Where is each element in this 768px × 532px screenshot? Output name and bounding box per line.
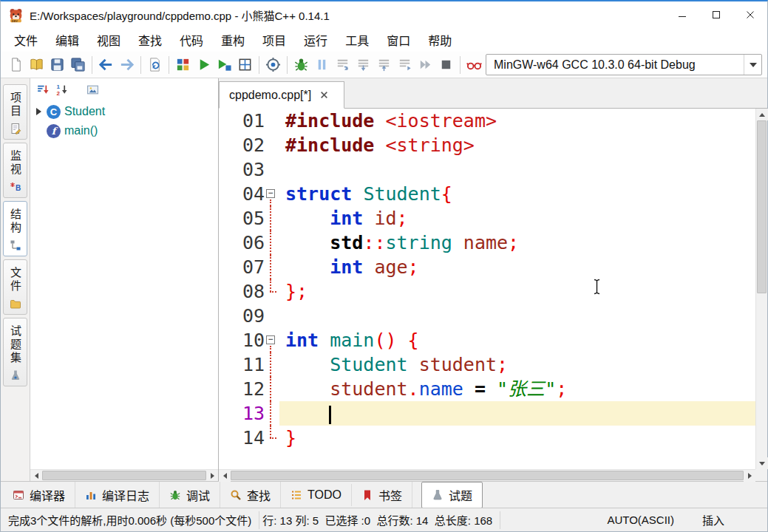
scroll-left-arrow[interactable] — [30, 470, 42, 482]
menu-item[interactable]: 查找 — [131, 29, 169, 51]
code-line[interactable]: 01#include <iostream> — [219, 109, 755, 133]
step-into-button[interactable] — [353, 55, 373, 75]
forward-button[interactable] — [117, 55, 137, 75]
open-button[interactable] — [27, 55, 47, 75]
cpu-window-button[interactable] — [464, 55, 484, 75]
reparse-button[interactable] — [145, 55, 165, 75]
main-area: 项目监视B结构文件试题集 12 CStudentfmain() cppdemo.… — [1, 78, 767, 481]
menu-item[interactable]: 代码 — [172, 29, 211, 51]
fold-column[interactable]: − — [265, 328, 279, 352]
code-line[interactable]: 02#include <string> — [219, 133, 755, 157]
compile-button[interactable] — [173, 55, 193, 75]
scroll-track[interactable] — [231, 470, 744, 481]
check-syntax-button[interactable] — [263, 55, 283, 75]
debug-button[interactable] — [291, 55, 311, 75]
menu-item[interactable]: 工具 — [338, 29, 376, 51]
step-over-button[interactable] — [333, 55, 353, 75]
save-button[interactable] — [47, 55, 67, 75]
code-line[interactable]: 06 std::string name; — [219, 231, 755, 255]
menu-item[interactable]: 视图 — [89, 29, 128, 51]
fold-marker-icon[interactable]: − — [266, 335, 275, 344]
code-line[interactable]: 11 Student student; — [219, 352, 755, 377]
new-file-button[interactable] — [6, 55, 26, 75]
sidebar-tab[interactable]: 监视B — [3, 143, 27, 198]
code-line[interactable]: 03 — [219, 157, 755, 182]
code-line[interactable]: 12 student.name = "张三"; — [219, 377, 755, 401]
continue-button[interactable] — [415, 55, 435, 75]
code-line[interactable]: 08}; — [219, 279, 755, 304]
compile-run-button[interactable] — [214, 55, 234, 75]
bottom-tab[interactable]: TODO — [281, 484, 352, 506]
code-line[interactable]: 04−struct Student{ — [219, 182, 755, 206]
compiler-set-select[interactable]: MinGW-w64 GCC 10.3.0 64-bit Debug — [486, 54, 762, 75]
rebuild-button[interactable] — [235, 55, 255, 75]
sidebar-tab[interactable]: 结构 — [3, 201, 27, 256]
class-browser-toolbar: 12 — [30, 78, 218, 100]
code-line[interactable]: 07 int age; — [219, 255, 755, 279]
toolbar-separator — [169, 56, 169, 74]
bottom-tab[interactable]: 试题 — [421, 482, 483, 508]
code-line[interactable]: 10−int main() { — [219, 328, 755, 352]
tree-item[interactable]: fmain() — [30, 121, 218, 140]
scroll-right-arrow[interactable] — [206, 470, 218, 482]
maximize-button[interactable] — [699, 1, 733, 28]
bottom-tab[interactable]: 编译器 — [3, 482, 75, 508]
code-line[interactable]: 13 — [219, 401, 755, 426]
scroll-down-arrow[interactable] — [756, 457, 768, 469]
class-browser-hscrollbar[interactable] — [30, 469, 218, 481]
menu-item[interactable]: 重构 — [214, 29, 252, 51]
code-editor[interactable]: 01#include <iostream>02#include <string>… — [219, 109, 767, 481]
code-line[interactable]: 14} — [219, 426, 755, 450]
menu-item[interactable]: 窗口 — [379, 29, 418, 51]
scroll-left-arrow[interactable] — [219, 470, 231, 482]
editor-tab[interactable]: cppdemo.cpp[*] — [219, 81, 344, 109]
scroll-thumb[interactable] — [757, 120, 767, 293]
svg-text:2: 2 — [57, 89, 61, 95]
sidebar-tab[interactable]: 试题集 — [3, 318, 27, 386]
stop-button[interactable] — [436, 55, 456, 75]
minimize-button[interactable] — [665, 1, 699, 28]
pause-button[interactable] — [312, 55, 332, 75]
scroll-thumb[interactable] — [42, 471, 206, 480]
save-all-button[interactable] — [68, 55, 88, 75]
sort-alphabetically-button[interactable]: 12 — [53, 81, 70, 98]
show-inherited-button[interactable] — [84, 81, 101, 98]
run-button[interactable] — [194, 55, 214, 75]
run-to-cursor-button[interactable] — [395, 55, 415, 75]
tab-close-icon[interactable] — [320, 91, 328, 99]
editor-vscrollbar[interactable] — [755, 109, 767, 469]
sidebar-tab[interactable]: 文件 — [3, 259, 27, 315]
tree-item[interactable]: CStudent — [30, 102, 218, 121]
scroll-track[interactable] — [42, 470, 206, 481]
toolbar-icons — [6, 55, 484, 75]
menu-item[interactable]: 编辑 — [48, 29, 86, 51]
scroll-track[interactable] — [756, 120, 767, 457]
step-out-button[interactable] — [374, 55, 394, 75]
scroll-right-arrow[interactable] — [744, 470, 755, 482]
code-line[interactable]: 09 — [219, 304, 755, 328]
fold-guide-line — [270, 200, 271, 206]
code-line[interactable]: 05 int id; — [219, 206, 755, 231]
fold-marker-icon[interactable]: − — [266, 189, 275, 198]
fold-column — [265, 426, 279, 450]
close-button[interactable] — [733, 1, 767, 28]
fold-column[interactable]: − — [265, 182, 279, 206]
menu-item[interactable]: 项目 — [255, 29, 293, 51]
code-text: } — [279, 426, 755, 450]
menu-item[interactable]: 文件 — [7, 29, 45, 51]
bottom-tab[interactable]: 调试 — [160, 482, 220, 508]
bottom-tab[interactable]: 查找 — [220, 482, 281, 508]
bottom-tab[interactable]: 编译日志 — [75, 482, 160, 508]
sidebar-tab[interactable]: 项目 — [3, 84, 27, 140]
bottom-tab[interactable]: 书签 — [352, 482, 412, 508]
back-button[interactable] — [96, 55, 116, 75]
menu-item[interactable]: 帮助 — [421, 29, 459, 51]
editor-hscrollbar[interactable] — [219, 469, 755, 481]
scroll-thumb[interactable] — [231, 471, 744, 480]
expander-icon[interactable] — [36, 108, 41, 115]
bottom-tab-label: 编译器 — [30, 486, 65, 504]
scroll-up-arrow[interactable] — [756, 109, 768, 120]
tree-item-label: main() — [64, 124, 98, 137]
sort-by-type-button[interactable] — [34, 81, 51, 98]
menu-item[interactable]: 运行 — [296, 29, 335, 51]
